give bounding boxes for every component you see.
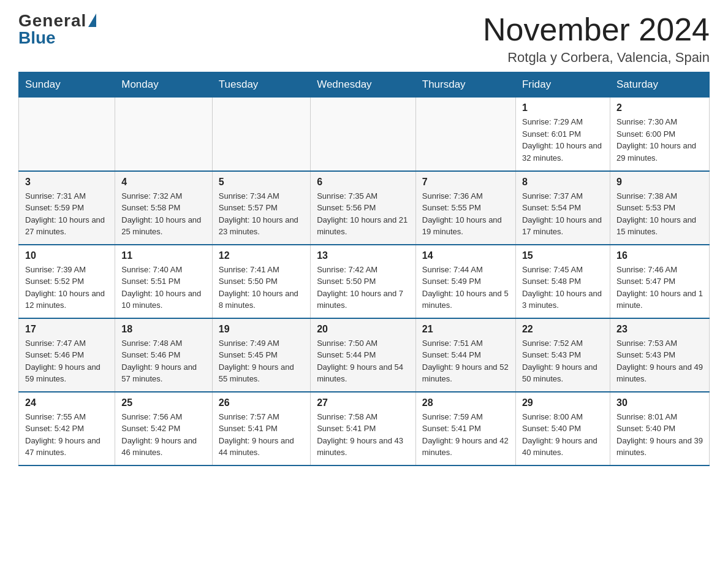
column-header-tuesday: Tuesday xyxy=(212,72,310,98)
calendar-cell: 2Sunrise: 7:30 AM Sunset: 6:00 PM Daylig… xyxy=(610,98,710,171)
day-info: Sunrise: 7:58 AM Sunset: 5:41 PM Dayligh… xyxy=(317,411,409,459)
logo-triangle-icon xyxy=(88,13,96,27)
calendar-cell: 7Sunrise: 7:36 AM Sunset: 5:55 PM Daylig… xyxy=(415,171,515,245)
calendar-cell: 26Sunrise: 7:57 AM Sunset: 5:41 PM Dayli… xyxy=(212,392,310,465)
day-info: Sunrise: 7:55 AM Sunset: 5:42 PM Dayligh… xyxy=(25,411,108,459)
calendar-cell: 18Sunrise: 7:48 AM Sunset: 5:46 PM Dayli… xyxy=(115,318,213,392)
calendar-cell: 16Sunrise: 7:46 AM Sunset: 5:47 PM Dayli… xyxy=(610,245,710,318)
page-header: General Blue November 2024 Rotgla y Corb… xyxy=(18,12,710,66)
day-info: Sunrise: 7:35 AM Sunset: 5:56 PM Dayligh… xyxy=(317,190,409,238)
day-info: Sunrise: 7:46 AM Sunset: 5:47 PM Dayligh… xyxy=(616,264,703,312)
calendar-cell: 19Sunrise: 7:49 AM Sunset: 5:45 PM Dayli… xyxy=(212,318,310,392)
day-number: 11 xyxy=(121,250,206,261)
calendar-cell: 27Sunrise: 7:58 AM Sunset: 5:41 PM Dayli… xyxy=(311,392,416,465)
calendar-cell xyxy=(415,98,515,171)
day-info: Sunrise: 7:39 AM Sunset: 5:52 PM Dayligh… xyxy=(25,264,108,312)
day-info: Sunrise: 7:30 AM Sunset: 6:00 PM Dayligh… xyxy=(616,116,703,164)
day-info: Sunrise: 7:37 AM Sunset: 5:54 PM Dayligh… xyxy=(522,190,604,238)
day-number: 29 xyxy=(522,397,604,408)
calendar-cell xyxy=(311,98,416,171)
calendar-cell: 6Sunrise: 7:35 AM Sunset: 5:56 PM Daylig… xyxy=(311,171,416,245)
day-number: 12 xyxy=(219,250,304,261)
day-info: Sunrise: 7:49 AM Sunset: 5:45 PM Dayligh… xyxy=(219,337,304,385)
day-info: Sunrise: 7:48 AM Sunset: 5:46 PM Dayligh… xyxy=(121,337,206,385)
day-number: 24 xyxy=(25,397,108,408)
calendar-cell: 11Sunrise: 7:40 AM Sunset: 5:51 PM Dayli… xyxy=(115,245,213,318)
day-info: Sunrise: 8:01 AM Sunset: 5:40 PM Dayligh… xyxy=(616,411,703,459)
calendar-cell: 22Sunrise: 7:52 AM Sunset: 5:43 PM Dayli… xyxy=(515,318,610,392)
calendar-cell: 1Sunrise: 7:29 AM Sunset: 6:01 PM Daylig… xyxy=(515,98,610,171)
calendar-cell: 17Sunrise: 7:47 AM Sunset: 5:46 PM Dayli… xyxy=(19,318,115,392)
calendar-cell: 20Sunrise: 7:50 AM Sunset: 5:44 PM Dayli… xyxy=(311,318,416,392)
day-info: Sunrise: 7:59 AM Sunset: 5:41 PM Dayligh… xyxy=(422,411,509,459)
subtitle: Rotgla y Corbera, Valencia, Spain xyxy=(483,50,710,66)
day-info: Sunrise: 7:57 AM Sunset: 5:41 PM Dayligh… xyxy=(219,411,304,459)
column-header-saturday: Saturday xyxy=(610,72,710,98)
day-number: 22 xyxy=(522,324,604,335)
day-number: 18 xyxy=(121,324,206,335)
calendar-cell: 3Sunrise: 7:31 AM Sunset: 5:59 PM Daylig… xyxy=(19,171,115,245)
day-number: 15 xyxy=(522,250,604,261)
calendar-cell xyxy=(19,98,115,171)
calendar-cell: 10Sunrise: 7:39 AM Sunset: 5:52 PM Dayli… xyxy=(19,245,115,318)
title-block: November 2024 Rotgla y Corbera, Valencia… xyxy=(483,12,710,66)
calendar-cell: 25Sunrise: 7:56 AM Sunset: 5:42 PM Dayli… xyxy=(115,392,213,465)
day-number: 20 xyxy=(317,324,409,335)
day-number: 14 xyxy=(422,250,509,261)
day-number: 9 xyxy=(616,177,703,188)
day-info: Sunrise: 7:56 AM Sunset: 5:42 PM Dayligh… xyxy=(121,411,206,459)
calendar-cell: 29Sunrise: 8:00 AM Sunset: 5:40 PM Dayli… xyxy=(515,392,610,465)
logo-general: General xyxy=(18,12,86,29)
calendar-cell: 30Sunrise: 8:01 AM Sunset: 5:40 PM Dayli… xyxy=(610,392,710,465)
day-number: 21 xyxy=(422,324,509,335)
day-number: 27 xyxy=(317,397,409,408)
day-info: Sunrise: 7:42 AM Sunset: 5:50 PM Dayligh… xyxy=(317,264,409,312)
column-header-monday: Monday xyxy=(115,72,213,98)
calendar-cell xyxy=(212,98,310,171)
column-header-thursday: Thursday xyxy=(415,72,515,98)
day-info: Sunrise: 7:31 AM Sunset: 5:59 PM Dayligh… xyxy=(25,190,108,238)
day-info: Sunrise: 7:51 AM Sunset: 5:44 PM Dayligh… xyxy=(422,337,509,385)
day-number: 19 xyxy=(219,324,304,335)
day-info: Sunrise: 7:34 AM Sunset: 5:57 PM Dayligh… xyxy=(219,190,304,238)
calendar-cell: 14Sunrise: 7:44 AM Sunset: 5:49 PM Dayli… xyxy=(415,245,515,318)
day-info: Sunrise: 7:50 AM Sunset: 5:44 PM Dayligh… xyxy=(317,337,409,385)
day-info: Sunrise: 7:44 AM Sunset: 5:49 PM Dayligh… xyxy=(422,264,509,312)
column-header-friday: Friday xyxy=(515,72,610,98)
day-info: Sunrise: 7:36 AM Sunset: 5:55 PM Dayligh… xyxy=(422,190,509,238)
day-number: 10 xyxy=(25,250,108,261)
day-number: 26 xyxy=(219,397,304,408)
calendar-week-row: 24Sunrise: 7:55 AM Sunset: 5:42 PM Dayli… xyxy=(19,392,710,465)
day-number: 6 xyxy=(317,177,409,188)
calendar-week-row: 10Sunrise: 7:39 AM Sunset: 5:52 PM Dayli… xyxy=(19,245,710,318)
day-number: 17 xyxy=(25,324,108,335)
day-info: Sunrise: 7:45 AM Sunset: 5:48 PM Dayligh… xyxy=(522,264,604,312)
day-number: 5 xyxy=(219,177,304,188)
calendar-cell: 24Sunrise: 7:55 AM Sunset: 5:42 PM Dayli… xyxy=(19,392,115,465)
column-header-wednesday: Wednesday xyxy=(311,72,416,98)
day-number: 25 xyxy=(121,397,206,408)
calendar-cell: 8Sunrise: 7:37 AM Sunset: 5:54 PM Daylig… xyxy=(515,171,610,245)
column-header-sunday: Sunday xyxy=(19,72,115,98)
day-info: Sunrise: 7:40 AM Sunset: 5:51 PM Dayligh… xyxy=(121,264,206,312)
day-number: 23 xyxy=(616,324,703,335)
day-number: 8 xyxy=(522,177,604,188)
calendar-cell: 13Sunrise: 7:42 AM Sunset: 5:50 PM Dayli… xyxy=(311,245,416,318)
calendar-week-row: 3Sunrise: 7:31 AM Sunset: 5:59 PM Daylig… xyxy=(19,171,710,245)
day-number: 13 xyxy=(317,250,409,261)
calendar-cell: 21Sunrise: 7:51 AM Sunset: 5:44 PM Dayli… xyxy=(415,318,515,392)
calendar-cell xyxy=(115,98,213,171)
calendar-cell: 5Sunrise: 7:34 AM Sunset: 5:57 PM Daylig… xyxy=(212,171,310,245)
day-number: 16 xyxy=(616,250,703,261)
main-title: November 2024 xyxy=(483,12,710,47)
day-info: Sunrise: 7:32 AM Sunset: 5:58 PM Dayligh… xyxy=(121,190,206,238)
calendar-cell: 12Sunrise: 7:41 AM Sunset: 5:50 PM Dayli… xyxy=(212,245,310,318)
logo-blue: Blue xyxy=(18,29,56,47)
calendar-cell: 23Sunrise: 7:53 AM Sunset: 5:43 PM Dayli… xyxy=(610,318,710,392)
day-number: 30 xyxy=(616,397,703,408)
day-info: Sunrise: 7:52 AM Sunset: 5:43 PM Dayligh… xyxy=(522,337,604,385)
calendar-week-row: 1Sunrise: 7:29 AM Sunset: 6:01 PM Daylig… xyxy=(19,98,710,171)
day-info: Sunrise: 7:29 AM Sunset: 6:01 PM Dayligh… xyxy=(522,116,604,164)
day-info: Sunrise: 7:41 AM Sunset: 5:50 PM Dayligh… xyxy=(219,264,304,312)
calendar-header-row: SundayMondayTuesdayWednesdayThursdayFrid… xyxy=(19,72,710,98)
